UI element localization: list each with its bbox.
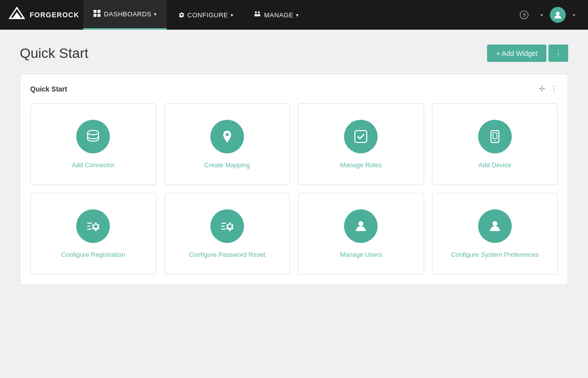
- svg-rect-4: [94, 14, 97, 17]
- gear2-icon: [219, 218, 235, 234]
- user-icon: [553, 10, 562, 19]
- svg-point-10: [556, 12, 559, 15]
- manage-chevron-icon: ▾: [296, 12, 299, 18]
- quick-start-widget: Quick Start ✛ ⋮ Add Connector: [20, 74, 568, 285]
- gear-icon: [85, 218, 101, 234]
- configure-icon: [177, 10, 185, 20]
- qs-item-add-connector[interactable]: Add Connector: [30, 103, 156, 185]
- dashboards-chevron-icon: ▾: [154, 11, 157, 17]
- page-header: Quick Start + Add Widget ⋮: [20, 45, 568, 62]
- svg-rect-12: [355, 131, 367, 142]
- nav-dashboards-label: DASHBOARDS: [104, 10, 151, 18]
- svg-rect-2: [94, 10, 97, 13]
- manage-users-icon-circle: [344, 209, 378, 243]
- manage-users-label: Manage Users: [340, 251, 382, 258]
- user-avatar-button[interactable]: [550, 7, 566, 23]
- svg-rect-5: [98, 14, 100, 17]
- add-connector-icon-circle: [76, 120, 110, 153]
- widget-card-header: Quick Start ✛ ⋮: [30, 84, 558, 94]
- forgerock-logo: [8, 6, 26, 24]
- help-icon: ?: [520, 10, 529, 19]
- help-button[interactable]: ?: [515, 0, 534, 30]
- create-mapping-icon-circle: [210, 120, 244, 153]
- qs-item-configure-system-preferences[interactable]: Configure System Preferences: [432, 193, 558, 275]
- page-title: Quick Start: [20, 46, 88, 61]
- database-icon: [85, 129, 101, 144]
- nav-manage-label: MANAGE: [264, 11, 294, 19]
- brand-logo-container[interactable]: FORGEROCK: [8, 6, 79, 24]
- qs-item-create-mapping[interactable]: Create Mapping: [164, 103, 291, 185]
- nav-items: DASHBOARDS ▾ CONFIGURE ▾ MANAGE ▾: [83, 0, 515, 30]
- manage-roles-icon-circle: [344, 120, 378, 153]
- nav-configure-label: CONFIGURE: [188, 11, 229, 19]
- dashboards-icon: [93, 9, 101, 19]
- device-icon: [487, 129, 503, 144]
- configure-password-reset-icon-circle: [210, 209, 244, 243]
- nav-item-dashboards[interactable]: DASHBOARDS ▾: [83, 0, 167, 30]
- add-widget-button[interactable]: + Add Widget: [487, 45, 546, 62]
- quick-start-grid: Add Connector Create Mapping: [30, 103, 558, 275]
- help-chevron-button[interactable]: ▾: [536, 0, 548, 30]
- configure-system-preferences-icon-circle: [478, 209, 512, 243]
- manage-roles-label: Manage Roles: [340, 161, 382, 169]
- qs-item-add-device[interactable]: Add Device: [432, 103, 558, 185]
- brand-name: FORGEROCK: [30, 11, 79, 19]
- user-chevron-button[interactable]: ▾: [568, 0, 580, 30]
- svg-point-17: [492, 221, 497, 226]
- person-icon: [353, 218, 369, 234]
- manage-icon: [253, 10, 261, 20]
- configure-registration-icon-circle: [76, 209, 110, 243]
- qs-item-configure-registration[interactable]: Configure Registration: [30, 193, 156, 275]
- add-widget-label: + Add Widget: [496, 49, 538, 57]
- svg-rect-3: [98, 10, 100, 13]
- widget-move-button[interactable]: ✛: [539, 84, 545, 94]
- svg-point-6: [255, 11, 257, 13]
- add-device-label: Add Device: [479, 161, 511, 169]
- configure-chevron-icon: ▾: [231, 12, 234, 18]
- configure-registration-label: Configure Registration: [61, 251, 125, 258]
- nav-item-manage[interactable]: MANAGE ▾: [244, 0, 309, 30]
- add-connector-label: Add Connector: [72, 161, 115, 169]
- add-device-icon-circle: [478, 120, 512, 153]
- navbar: FORGEROCK DASHBOARDS ▾ CONFIGURE ▾ MANAG…: [0, 0, 588, 30]
- qs-item-configure-password-reset[interactable]: Configure Password Reset: [164, 193, 291, 275]
- person2-icon: [487, 218, 503, 234]
- svg-point-11: [88, 131, 98, 135]
- svg-text:?: ?: [522, 12, 526, 18]
- more-actions-button[interactable]: ⋮: [548, 45, 568, 62]
- qs-item-manage-roles[interactable]: Manage Roles: [298, 103, 424, 185]
- widget-controls: ✛ ⋮: [539, 84, 558, 94]
- widget-menu-button[interactable]: ⋮: [550, 84, 558, 94]
- check-badge-icon: [353, 129, 369, 144]
- configure-password-reset-label: Configure Password Reset: [189, 251, 265, 258]
- page-header-actions: + Add Widget ⋮: [487, 45, 568, 62]
- widget-title: Quick Start: [30, 85, 67, 93]
- svg-rect-14: [493, 133, 497, 139]
- more-actions-icon: ⋮: [554, 49, 562, 57]
- location-icon: [219, 129, 235, 144]
- svg-point-7: [258, 11, 260, 13]
- qs-item-manage-users[interactable]: Manage Users: [298, 193, 424, 275]
- nav-item-configure[interactable]: CONFIGURE ▾: [167, 0, 244, 30]
- create-mapping-label: Create Mapping: [204, 161, 250, 169]
- configure-system-preferences-label: Configure System Preferences: [451, 251, 539, 258]
- svg-point-15: [494, 140, 495, 141]
- page-content: Quick Start + Add Widget ⋮ Quick Start ✛…: [0, 30, 588, 300]
- svg-point-16: [358, 221, 363, 226]
- nav-right-controls: ? ▾ ▾: [515, 0, 580, 30]
